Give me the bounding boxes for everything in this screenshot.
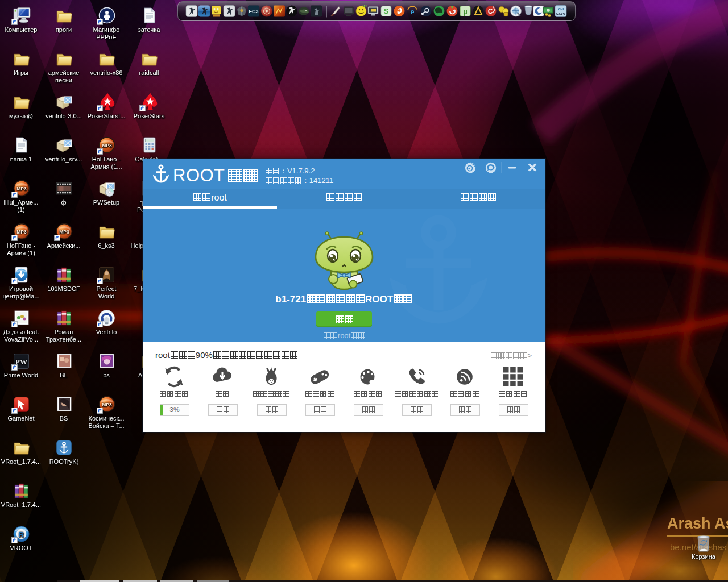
svg-text:S: S bbox=[384, 7, 389, 15]
svg-text:MAX: MAX bbox=[556, 12, 566, 16]
svg-text:C: C bbox=[488, 7, 493, 15]
svg-text:99: 99 bbox=[362, 4, 367, 8]
svg-text:µ: µ bbox=[463, 7, 468, 16]
svg-text:e: e bbox=[411, 7, 415, 16]
svg-text:FC3: FC3 bbox=[249, 9, 258, 14]
svg-text:CHI: CHI bbox=[558, 7, 564, 11]
